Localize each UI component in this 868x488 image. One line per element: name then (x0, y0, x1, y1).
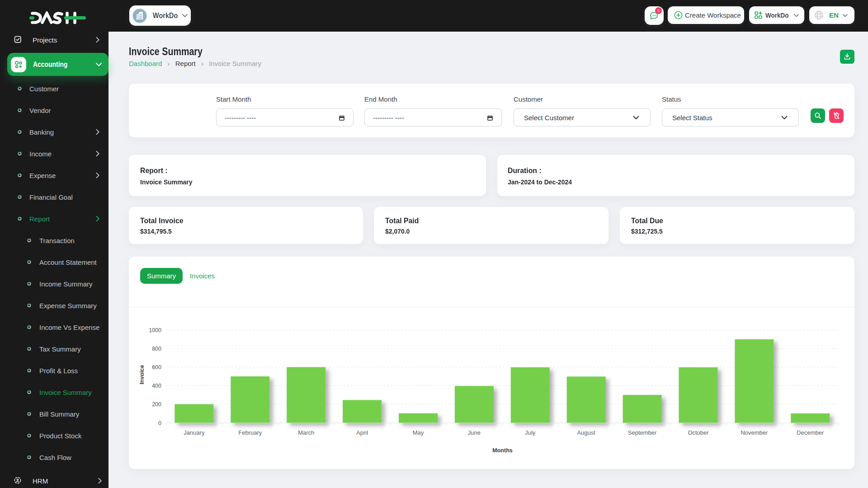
svg-text:1000: 1000 (149, 327, 161, 333)
svg-text:400: 400 (152, 383, 161, 389)
svg-text:November: November (741, 429, 768, 436)
svg-text:Invoice: Invoice (139, 365, 145, 384)
svg-text:June: June (468, 429, 481, 436)
svg-text:Months: Months (492, 447, 512, 454)
svg-text:March: March (298, 429, 314, 436)
svg-text:May: May (413, 429, 424, 436)
svg-text:September: September (628, 429, 657, 436)
svg-text:800: 800 (152, 346, 161, 352)
svg-text:0: 0 (158, 420, 161, 427)
svg-text:August: August (577, 429, 595, 436)
svg-text:February: February (238, 429, 262, 436)
svg-text:200: 200 (152, 401, 161, 408)
svg-text:600: 600 (152, 364, 161, 371)
svg-text:October: October (688, 429, 709, 436)
svg-text:January: January (184, 429, 205, 436)
svg-text:July: July (525, 429, 536, 436)
svg-text:April: April (356, 429, 368, 436)
svg-text:December: December (797, 429, 824, 436)
